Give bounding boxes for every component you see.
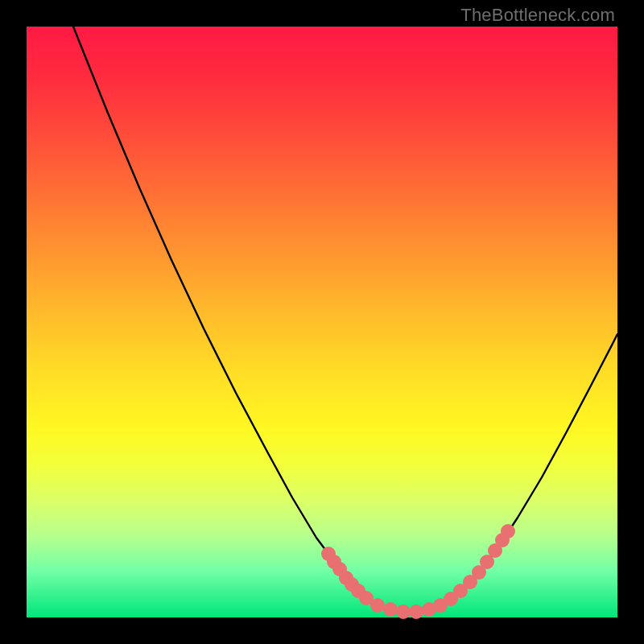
plot-area — [27, 27, 617, 617]
curve-dot — [409, 605, 423, 619]
dots-group — [321, 524, 515, 619]
bottleneck-curve — [73, 27, 617, 613]
curve-dot — [383, 602, 398, 617]
watermark-text: TheBottleneck.com — [460, 5, 615, 26]
curve-svg — [27, 27, 617, 617]
curve-dot — [396, 605, 411, 619]
curve-dot — [370, 598, 385, 613]
chart-frame: TheBottleneck.com — [0, 0, 644, 644]
curve-dot — [501, 524, 515, 539]
